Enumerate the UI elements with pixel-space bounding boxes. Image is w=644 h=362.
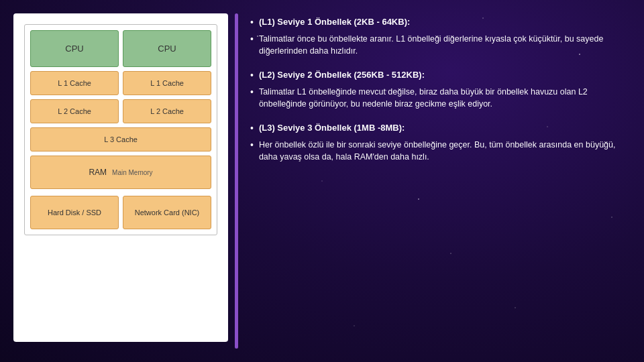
l1-cache-row: L 1 Cache L 1 Cache xyxy=(30,71,211,95)
bullet-dot-6: • xyxy=(250,123,254,133)
main-content: CPU CPU L 1 Cache L 1 Cache L 2 Cache xyxy=(0,0,644,362)
bullet-spacer-5 xyxy=(250,114,631,119)
l2-cache-box-2: L 2 Cache xyxy=(123,99,211,123)
bullet-dot-3: • xyxy=(250,70,254,80)
bullet-text-6: (L3) Seviye 3 Önbellek (1MB -8MB): xyxy=(259,122,405,135)
bullet-text-3: (L2) Seviye 2 Önbellek (256KB - 512KB): xyxy=(259,69,425,82)
nic-box: Network Card (NIC) xyxy=(123,196,211,229)
l1-cache-box-1: L 1 Cache xyxy=(30,71,119,95)
bullet-item-7: • Her önbellek özlü ile bir sonraki sevi… xyxy=(250,139,631,163)
diagram-panel: CPU CPU L 1 Cache L 1 Cache L 2 Cache xyxy=(13,13,228,342)
cpu-row: CPU CPU xyxy=(30,30,211,67)
ram-box: RAM Main Memory xyxy=(30,156,211,189)
l2-cache-row: L 2 Cache L 2 Cache xyxy=(30,99,211,123)
bullet-dot-1: • xyxy=(250,34,254,44)
bullet-text-4: Talimatlar L1 önbelleğinde mevcut değils… xyxy=(259,86,631,110)
cpu-box-2: CPU xyxy=(123,30,211,67)
bullet-text-0: (L1) Seviye 1 Önbellek (2KB - 64KB): xyxy=(259,16,410,29)
bullet-item-0: •(L1) Seviye 1 Önbellek (2KB - 64KB): xyxy=(250,16,631,29)
bullet-item-3: •(L2) Seviye 2 Önbellek (256KB - 512KB): xyxy=(250,69,631,82)
bullet-text-1: Talimatlar önce bu önbellekte aranır. L1… xyxy=(259,33,631,57)
bullet-dot-7: • xyxy=(250,139,254,150)
l2-cache-box-1: L 2 Cache xyxy=(30,99,119,123)
bullet-item-4: • Talimatlar L1 önbelleğinde mevcut deği… xyxy=(250,86,631,110)
diagram-outer: CPU CPU L 1 Cache L 1 Cache L 2 Cache xyxy=(24,24,217,235)
l3-cache-box: L 3 Cache xyxy=(30,127,211,152)
l3-cache-row: L 3 Cache xyxy=(30,127,211,152)
bullet-item-1: • Talimatlar önce bu önbellekte aranır. … xyxy=(250,33,631,57)
bullet-item-6: •(L3) Seviye 3 Önbellek (1MB -8MB): xyxy=(250,122,631,135)
accent-bar xyxy=(235,13,238,349)
hdd-box: Hard Disk / SSD xyxy=(30,196,119,229)
bullet-text-7: Her önbellek özlü ile bir sonraki seviye… xyxy=(259,139,631,163)
bullet-spacer-2 xyxy=(250,61,631,66)
text-panel: •(L1) Seviye 1 Önbellek (2KB - 64KB):• T… xyxy=(245,13,631,349)
ram-row: RAM Main Memory xyxy=(30,156,211,189)
bullet-dot-4: • xyxy=(250,86,254,97)
cpu-box-1: CPU xyxy=(30,30,119,67)
bullet-dot-0: • xyxy=(250,17,254,27)
l1-cache-box-2: L 1 Cache xyxy=(123,71,211,95)
bottom-row: Hard Disk / SSD Network Card (NIC) xyxy=(30,196,211,229)
